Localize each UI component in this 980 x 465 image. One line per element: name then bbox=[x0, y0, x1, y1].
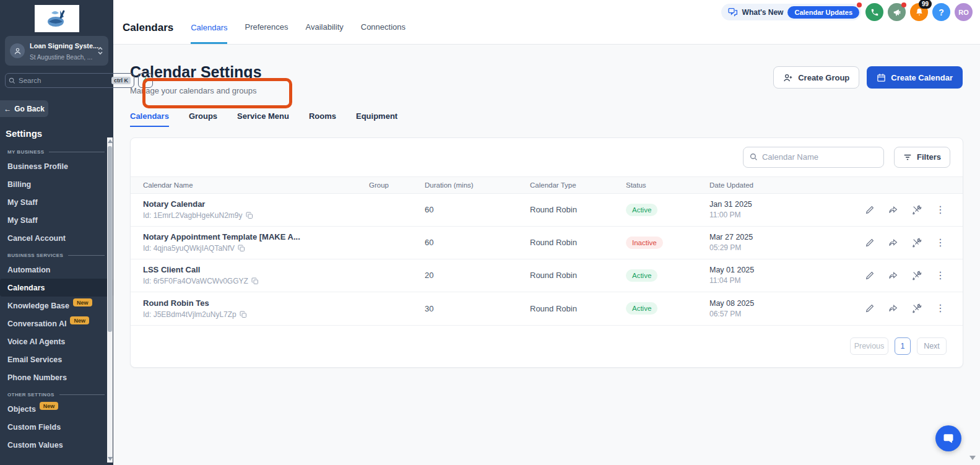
header-tabs: Calendars Preferences Availability Conne… bbox=[191, 0, 405, 44]
new-badge: New bbox=[40, 402, 59, 410]
duration-cell: 60 bbox=[425, 205, 530, 214]
tab-preferences[interactable]: Preferences bbox=[245, 22, 288, 44]
edit-pencil-icon[interactable] bbox=[865, 303, 875, 313]
share-arrow-icon[interactable] bbox=[888, 271, 898, 280]
magnifier-icon bbox=[9, 77, 15, 84]
copy-icon[interactable] bbox=[240, 311, 247, 318]
business-logo bbox=[35, 5, 79, 32]
sidebar-scrollbar-thumb[interactable] bbox=[108, 146, 112, 332]
tools-icon[interactable] bbox=[912, 303, 922, 313]
edit-pencil-icon[interactable] bbox=[865, 271, 875, 280]
tab-groups[interactable]: Groups bbox=[189, 111, 217, 127]
copy-icon[interactable] bbox=[238, 245, 245, 252]
calendar-type-cell: Round Robin bbox=[530, 271, 626, 280]
sidebar-item-billing[interactable]: Billing bbox=[0, 175, 113, 193]
announcements-button[interactable] bbox=[888, 3, 906, 21]
next-page-button[interactable]: Next bbox=[917, 337, 947, 355]
calendar-name[interactable]: Round Robin Tes bbox=[143, 298, 369, 308]
sidebar-item-email-services[interactable]: Email Services bbox=[0, 350, 113, 368]
scroll-down-arrow-icon[interactable] bbox=[969, 456, 976, 460]
account-switcher[interactable]: Loan Signing Syste... St Augustine Beach… bbox=[5, 36, 108, 66]
previous-page-button[interactable]: Previous bbox=[850, 337, 888, 355]
tab-calendars-sub[interactable]: Calendars bbox=[130, 111, 169, 127]
page-number-button[interactable]: 1 bbox=[895, 337, 911, 355]
sidebar-item-my-staff[interactable]: My Staff bbox=[0, 193, 113, 211]
calendar-name-search-input[interactable] bbox=[762, 152, 877, 162]
table-row: Notary Appointment Template [MAKE A... I… bbox=[131, 227, 963, 259]
share-arrow-icon[interactable] bbox=[888, 303, 898, 313]
megaphone-icon bbox=[893, 8, 901, 17]
whats-new-button[interactable]: What's New Calendar Updates bbox=[721, 4, 861, 20]
phone-button[interactable] bbox=[865, 3, 883, 21]
help-icon: ? bbox=[939, 7, 944, 17]
bell-icon bbox=[915, 7, 924, 17]
tab-rooms[interactable]: Rooms bbox=[309, 111, 336, 127]
sidebar-search[interactable]: ctrl K bbox=[5, 73, 134, 88]
sidebar-item-custom-fields[interactable]: Custom Fields bbox=[0, 418, 113, 436]
calendar-name-search[interactable] bbox=[743, 147, 884, 168]
tools-icon[interactable] bbox=[912, 271, 922, 280]
settings-sidebar: Loan Signing Syste... St Augustine Beach… bbox=[0, 0, 113, 465]
create-group-button[interactable]: Create Group bbox=[773, 66, 859, 89]
sidebar-item-knowledge-base[interactable]: Knowledge BaseNew bbox=[0, 297, 113, 315]
notifications-button[interactable]: 99 bbox=[910, 3, 928, 21]
filters-button[interactable]: Filters bbox=[894, 147, 950, 168]
sidebar-scrollbar[interactable] bbox=[107, 137, 113, 463]
share-arrow-icon[interactable] bbox=[888, 238, 898, 248]
sidebar-item-my-staff-2[interactable]: My Staff bbox=[0, 211, 113, 229]
kebab-menu-icon[interactable]: ⋮ bbox=[935, 205, 945, 215]
kebab-menu-icon[interactable]: ⋮ bbox=[935, 303, 945, 313]
sidebar-item-business-profile[interactable]: Business Profile bbox=[0, 157, 113, 175]
tools-icon[interactable] bbox=[912, 205, 922, 215]
scroll-down-arrow-icon[interactable] bbox=[108, 457, 113, 461]
section-other-settings: OTHER SETTINGS bbox=[0, 386, 113, 400]
calendar-name[interactable]: LSS Client Call bbox=[143, 265, 369, 274]
sidebar-search-input[interactable] bbox=[19, 77, 108, 84]
go-back-button[interactable]: ← Go Back bbox=[0, 100, 48, 117]
chat-bubbles-icon bbox=[728, 8, 738, 17]
tab-equipment[interactable]: Equipment bbox=[356, 111, 397, 127]
share-arrow-icon[interactable] bbox=[888, 205, 898, 215]
sidebar-item-phone-numbers[interactable]: Phone Numbers bbox=[0, 368, 113, 386]
sidebar-item-custom-values[interactable]: Custom Values bbox=[0, 436, 113, 454]
sidebar-item-objects[interactable]: ObjectsNew bbox=[0, 400, 113, 418]
tab-calendars[interactable]: Calendars bbox=[191, 23, 227, 44]
sidebar-item-calendars[interactable]: Calendars bbox=[0, 279, 113, 297]
date-updated: May 08 2025 bbox=[709, 299, 802, 308]
kebab-menu-icon[interactable]: ⋮ bbox=[935, 238, 945, 248]
add-user-icon bbox=[783, 73, 793, 82]
copy-icon[interactable] bbox=[251, 277, 259, 285]
scroll-up-arrow-icon[interactable] bbox=[108, 139, 113, 143]
quick-actions-button[interactable] bbox=[138, 73, 153, 88]
calendar-updates-button[interactable]: Calendar Updates bbox=[787, 6, 859, 19]
magnifier-icon bbox=[750, 153, 758, 161]
date-updated: Mar 27 2025 bbox=[709, 233, 802, 241]
help-button[interactable]: ? bbox=[932, 3, 950, 21]
calendar-name[interactable]: Notary Appointment Template [MAKE A... bbox=[143, 232, 369, 241]
tab-availability[interactable]: Availability bbox=[306, 22, 344, 44]
keyboard-shortcut-chip: ctrl K bbox=[111, 77, 131, 84]
sidebar-item-automation[interactable]: Automation bbox=[0, 261, 113, 279]
col-duration: Duration (mins) bbox=[425, 181, 530, 189]
tab-service-menu[interactable]: Service Menu bbox=[237, 111, 289, 127]
tools-icon[interactable] bbox=[912, 238, 922, 248]
sidebar-item-voice-ai-agents[interactable]: Voice AI Agents bbox=[0, 332, 113, 350]
business-logo-image bbox=[45, 8, 69, 29]
tab-connections[interactable]: Connections bbox=[361, 22, 405, 44]
create-calendar-button[interactable]: Create Calendar bbox=[867, 66, 963, 89]
sidebar-item-cancel-account[interactable]: Cancel Account bbox=[0, 229, 113, 247]
user-avatar[interactable]: RO bbox=[955, 3, 973, 21]
chevron-updown-icon bbox=[97, 46, 103, 55]
calendar-id: Id: 6r5F0Fa4OVaWCWv0GGYZ bbox=[143, 277, 248, 285]
notification-dot bbox=[857, 2, 862, 7]
sidebar-item-conversation-ai[interactable]: Conversation AINew bbox=[0, 315, 113, 332]
edit-pencil-icon[interactable] bbox=[865, 205, 875, 215]
filters-label: Filters bbox=[917, 152, 941, 162]
kebab-menu-icon[interactable]: ⋮ bbox=[935, 271, 945, 280]
chat-widget-button[interactable] bbox=[935, 425, 961, 451]
edit-pencil-icon[interactable] bbox=[865, 238, 875, 248]
copy-icon[interactable] bbox=[246, 212, 253, 219]
calendar-name[interactable]: Notary Calendar bbox=[143, 199, 369, 209]
new-badge: New bbox=[70, 316, 89, 324]
back-arrow-icon: ← bbox=[4, 105, 11, 113]
